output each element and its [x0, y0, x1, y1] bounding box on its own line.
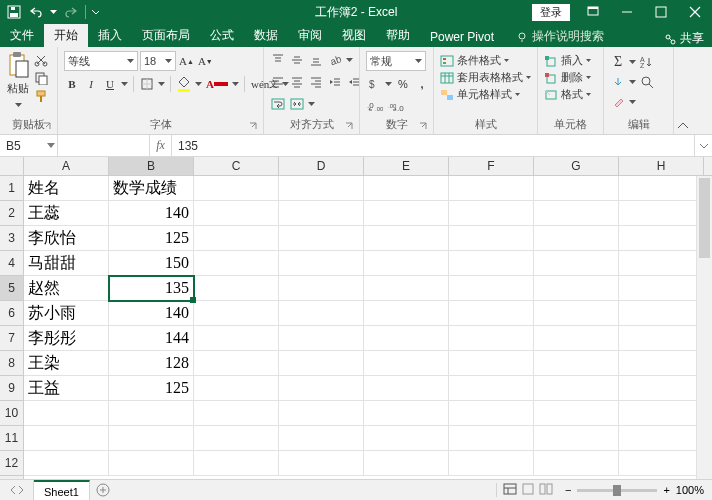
minimize-icon[interactable]	[610, 0, 644, 24]
cell[interactable]	[194, 451, 279, 476]
undo-dropdown[interactable]	[50, 3, 57, 21]
column-header[interactable]: C	[194, 157, 279, 175]
cell[interactable]	[194, 276, 279, 301]
format-as-table-button[interactable]: 套用表格格式	[440, 70, 531, 85]
row-header[interactable]: 1	[0, 176, 23, 201]
cell[interactable]	[619, 301, 704, 326]
row-header[interactable]: 10	[0, 401, 23, 426]
cell[interactable]	[364, 376, 449, 401]
font-color-dropdown[interactable]	[232, 75, 239, 93]
cell[interactable]: 马甜甜	[24, 251, 109, 276]
cell[interactable]	[279, 351, 364, 376]
undo-icon[interactable]	[28, 3, 44, 21]
find-select-icon[interactable]	[639, 73, 655, 91]
number-format-selector[interactable]: 常规	[366, 51, 426, 71]
cell[interactable]	[534, 226, 619, 251]
font-name-selector[interactable]: 等线	[64, 51, 138, 71]
italic-button[interactable]: I	[83, 75, 99, 93]
cell[interactable]	[619, 326, 704, 351]
decrease-indent-icon[interactable]	[327, 73, 343, 91]
cell[interactable]	[619, 201, 704, 226]
cell[interactable]	[194, 326, 279, 351]
cell[interactable]	[279, 401, 364, 426]
save-icon[interactable]	[6, 3, 22, 21]
cell-styles-button[interactable]: 单元格样式	[440, 87, 520, 102]
cell[interactable]	[24, 426, 109, 451]
redo-icon[interactable]	[63, 3, 79, 21]
row-header[interactable]: 8	[0, 351, 23, 376]
delete-cells-button[interactable]: 删除	[544, 70, 591, 85]
add-sheet-icon[interactable]	[90, 483, 116, 497]
cell[interactable]	[534, 376, 619, 401]
cell[interactable]	[449, 251, 534, 276]
sheet-tab-sheet1[interactable]: Sheet1	[34, 480, 90, 501]
cell[interactable]: 125	[109, 226, 194, 251]
cell[interactable]: 苏小雨	[24, 301, 109, 326]
cell[interactable]: 数学成绩	[109, 176, 194, 201]
paste-icon[interactable]	[6, 51, 30, 81]
cell[interactable]	[364, 226, 449, 251]
cell[interactable]	[364, 401, 449, 426]
tab-view[interactable]: 视图	[332, 23, 376, 47]
cell[interactable]	[534, 401, 619, 426]
cell[interactable]: 姓名	[24, 176, 109, 201]
cell[interactable]: 赵然	[24, 276, 109, 301]
cell[interactable]	[619, 351, 704, 376]
cell[interactable]: 144	[109, 326, 194, 351]
cell[interactable]	[364, 351, 449, 376]
cell[interactable]	[364, 201, 449, 226]
orientation-icon[interactable]: ab	[327, 51, 343, 69]
cell[interactable]	[534, 426, 619, 451]
clear-icon[interactable]	[610, 93, 626, 111]
tab-help[interactable]: 帮助	[376, 23, 420, 47]
cell[interactable]	[109, 451, 194, 476]
increase-font-icon[interactable]: A▲	[178, 52, 195, 70]
cell[interactable]	[279, 376, 364, 401]
cells-grid[interactable]: 姓名数学成绩王蕊140李欣怡125马甜甜150赵然135苏小雨140李彤彤144…	[24, 176, 712, 479]
clear-dropdown[interactable]	[629, 93, 636, 111]
autosum-dropdown[interactable]	[629, 53, 636, 71]
fill-color-dropdown[interactable]	[195, 75, 202, 93]
cell[interactable]	[534, 451, 619, 476]
tab-file[interactable]: 文件	[0, 23, 44, 47]
collapse-ribbon-icon[interactable]	[674, 47, 692, 134]
conditional-formatting-button[interactable]: 条件格式	[440, 53, 509, 68]
cell[interactable]	[449, 301, 534, 326]
number-launcher-icon[interactable]	[419, 122, 429, 132]
wrap-text-icon[interactable]	[270, 95, 286, 113]
cell[interactable]	[449, 351, 534, 376]
normal-view-icon[interactable]	[503, 483, 517, 497]
row-header[interactable]: 6	[0, 301, 23, 326]
cell[interactable]	[364, 176, 449, 201]
fx-icon[interactable]: fx	[150, 135, 172, 156]
cell[interactable]	[24, 451, 109, 476]
cell[interactable]	[364, 426, 449, 451]
align-middle-icon[interactable]	[289, 51, 305, 69]
column-header[interactable]: F	[449, 157, 534, 175]
cell[interactable]	[194, 351, 279, 376]
cell[interactable]	[534, 276, 619, 301]
cell[interactable]	[449, 201, 534, 226]
tab-page-layout[interactable]: 页面布局	[132, 23, 200, 47]
cell[interactable]	[449, 226, 534, 251]
row-header[interactable]: 4	[0, 251, 23, 276]
maximize-icon[interactable]	[644, 0, 678, 24]
orientation-dropdown[interactable]	[346, 51, 353, 69]
page-layout-view-icon[interactable]	[521, 483, 535, 497]
cell[interactable]	[279, 451, 364, 476]
cell[interactable]: 128	[109, 351, 194, 376]
cell[interactable]	[619, 376, 704, 401]
format-cells-button[interactable]: 格式	[544, 87, 591, 102]
cell[interactable]	[619, 426, 704, 451]
cell[interactable]	[534, 251, 619, 276]
cell[interactable]	[194, 251, 279, 276]
cell[interactable]	[534, 176, 619, 201]
cell[interactable]	[194, 176, 279, 201]
cell[interactable]	[534, 301, 619, 326]
row-header[interactable]: 2	[0, 201, 23, 226]
zoom-slider[interactable]	[577, 489, 657, 492]
cell[interactable]	[279, 301, 364, 326]
cell[interactable]	[194, 401, 279, 426]
tab-powerpivot[interactable]: Power Pivot	[420, 26, 504, 47]
cell[interactable]	[279, 176, 364, 201]
